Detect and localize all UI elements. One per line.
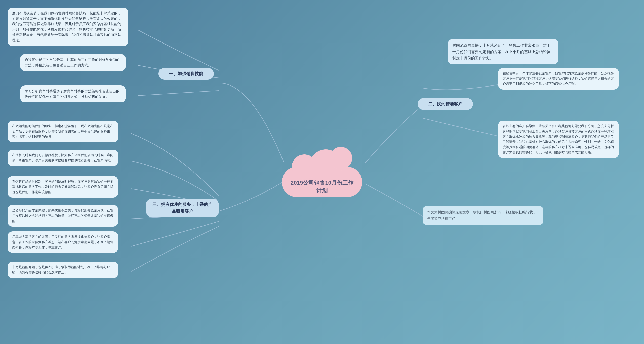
center-cloud: 2019公司销售10月份工作 计划	[279, 142, 365, 202]
left-top-node-2: 通过优秀员工的自我分享，让其他员工在工作的时候学会新的方法，并且总结出更合适自己…	[20, 54, 126, 71]
branch-left-bottom-label: 三、拥有优质的服务，上乘的产品吸引客户	[152, 202, 212, 214]
left-bottom-node-3: 在销售产品的时候对于客户的问题及时解决，在客户购买后我们一样要重视售后的服务工作…	[8, 176, 118, 198]
right-top-node-1: 在销售中有一个非常重要就是客户，找客户的方式也是多种多样的，当然很多客户不一定是…	[498, 68, 619, 90]
center-label: 2019公司销售10月份工作 计划	[287, 179, 357, 195]
cloud-bump3	[330, 147, 352, 169]
left-bottom-node-4: 当然好的产品才是关键，如果质量不过关，再好的服务也是免谈，让客户没有后顾之忧严格…	[8, 205, 118, 227]
branch-right-top-label: 二、找到精准客户	[428, 102, 462, 106]
left-top-node-1: 磨刀不误砍柴功，在我们做销售的时候销售技巧，技能是非常关键的，如果只知道蛮干，而…	[8, 8, 128, 46]
branch-label-left-bottom: 三、拥有优质的服务，上乘的产品吸引客户	[146, 199, 219, 217]
left-bottom-node-1: 在做销售的时候我们的服务一样也不能够落下，现在做销售的不只是在卖产品，更是在做服…	[8, 121, 118, 142]
left-bottom-node-5: 用真诚去赢得客户的认同，用良好的服务态度提供给客户，让客户满意，在工作的时候为客…	[8, 231, 118, 253]
left-top-node-3: 学习分析竞争对手通多了解竞争对手的方法策略来促进自己的进步不断优化公司落后的销售…	[20, 85, 126, 102]
intro-box: 时间流逝的真快，十月就来到了，销售工作非常艰巨，对于十月份我们需要制定新的方案，…	[448, 39, 558, 64]
right-top-node-2: 在线上有的客户会聚集一些聊天平台或者其他地方需要我们分析，怎么去分析这些呢？就要…	[498, 121, 619, 158]
branch-left-top-label: 一、加强销售技能	[169, 71, 203, 76]
intro-text: 时间流逝的真快，十月就来到了，销售工作非常艰巨，对于十月份我们需要制定新的方案，…	[452, 43, 550, 60]
copyright-box: 本文为树图网编辑原创文章，版权归树图网所有，未经授权杜绝转载，违者追究法律责任。	[423, 206, 543, 225]
branch-label-right-top: 二、找到精准客户	[418, 98, 473, 110]
left-bottom-node-2: 在销售的时候我们可以做好礼貌，比如客户来到我们店铺的时候一声问候、尊重客户、客户…	[8, 150, 118, 166]
left-bottom-node-6: 十月是新的开始，也是再次拼搏，争取用新的计划，在十月取得好成绩，淡然有需要改掉动…	[8, 262, 118, 278]
mind-map: 2019公司销售10月份工作 计划 时间流逝的真快，十月就来到了，销售工作非常艰…	[0, 0, 644, 344]
branch-label-left-top: 一、加强销售技能	[158, 68, 214, 80]
